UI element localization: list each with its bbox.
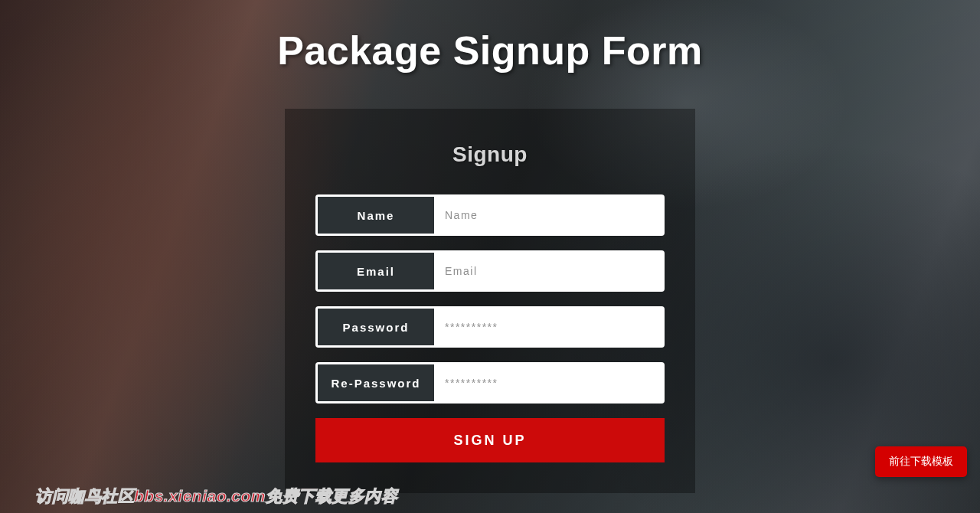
download-template-button[interactable]: 前往下载模板	[875, 446, 967, 477]
name-input[interactable]	[434, 197, 662, 234]
signup-button[interactable]: SIGN UP	[315, 418, 665, 462]
repassword-label: Re-Password	[318, 364, 434, 401]
email-label: Email	[318, 253, 434, 289]
form-heading: Signup	[315, 142, 665, 167]
name-row: Name	[315, 194, 665, 236]
password-label: Password	[318, 309, 434, 345]
repassword-row: Re-Password	[315, 362, 665, 404]
promo-text: 访问咖鸟社区bbs.xieniao.com免费下载更多内容	[35, 485, 397, 507]
name-label: Name	[318, 197, 434, 234]
signup-form-card: Signup Name Email Password Re-Password S…	[285, 109, 695, 493]
email-input[interactable]	[434, 253, 662, 289]
password-row: Password	[315, 306, 665, 348]
email-row: Email	[315, 250, 665, 292]
repassword-input[interactable]	[434, 364, 662, 401]
page-title: Package Signup Form	[0, 0, 980, 74]
password-input[interactable]	[434, 309, 662, 345]
